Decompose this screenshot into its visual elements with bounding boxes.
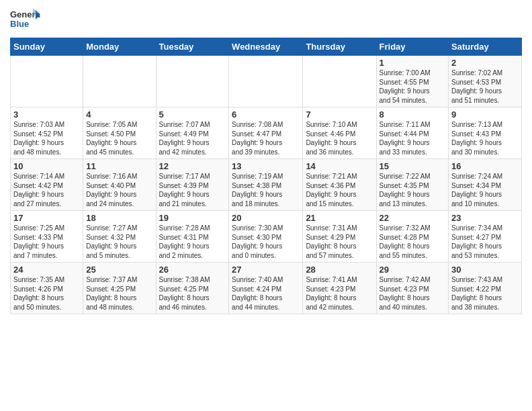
calendar-day-cell <box>229 56 303 107</box>
calendar-day-cell: 24Sunrise: 7:35 AM Sunset: 4:26 PM Dayli… <box>11 263 83 314</box>
calendar-day-cell: 13Sunrise: 7:19 AM Sunset: 4:38 PM Dayli… <box>229 159 303 211</box>
calendar-table: SundayMondayTuesdayWednesdayThursdayFrid… <box>10 38 522 314</box>
calendar-day-cell <box>11 56 83 107</box>
weekday-header: Wednesday <box>229 38 303 56</box>
day-info: Sunrise: 7:30 AM Sunset: 4:30 PM Dayligh… <box>232 224 300 260</box>
calendar-day-cell: 8Sunrise: 7:11 AM Sunset: 4:44 PM Daylig… <box>376 107 449 159</box>
day-number: 2 <box>451 58 519 68</box>
calendar-day-cell: 7Sunrise: 7:10 AM Sunset: 4:46 PM Daylig… <box>303 107 376 159</box>
day-number: 10 <box>13 161 80 171</box>
logo-svg: General Blue <box>10 7 40 32</box>
calendar-day-cell: 18Sunrise: 7:27 AM Sunset: 4:32 PM Dayli… <box>83 211 156 263</box>
day-number: 7 <box>306 109 373 120</box>
day-number: 27 <box>232 265 300 275</box>
calendar-day-cell: 22Sunrise: 7:32 AM Sunset: 4:28 PM Dayli… <box>376 211 449 263</box>
calendar-day-cell: 20Sunrise: 7:30 AM Sunset: 4:30 PM Dayli… <box>229 211 303 263</box>
day-number: 29 <box>380 265 446 275</box>
day-info: Sunrise: 7:24 AM Sunset: 4:34 PM Dayligh… <box>451 172 519 208</box>
day-number: 13 <box>232 161 300 171</box>
day-number: 11 <box>86 161 152 171</box>
day-info: Sunrise: 7:31 AM Sunset: 4:29 PM Dayligh… <box>306 224 373 260</box>
weekday-header: Monday <box>83 38 156 56</box>
calendar-day-cell: 5Sunrise: 7:07 AM Sunset: 4:49 PM Daylig… <box>156 107 229 159</box>
calendar-day-cell: 11Sunrise: 7:16 AM Sunset: 4:40 PM Dayli… <box>83 159 156 211</box>
calendar-day-cell: 25Sunrise: 7:37 AM Sunset: 4:25 PM Dayli… <box>83 263 156 314</box>
calendar-day-cell: 9Sunrise: 7:13 AM Sunset: 4:43 PM Daylig… <box>449 107 522 159</box>
calendar-day-cell: 16Sunrise: 7:24 AM Sunset: 4:34 PM Dayli… <box>449 159 522 211</box>
day-number: 23 <box>451 213 519 223</box>
calendar-day-cell: 12Sunrise: 7:17 AM Sunset: 4:39 PM Dayli… <box>156 159 229 211</box>
day-number: 1 <box>380 58 446 68</box>
calendar-day-cell <box>83 56 156 107</box>
calendar-day-cell: 19Sunrise: 7:28 AM Sunset: 4:31 PM Dayli… <box>156 211 229 263</box>
calendar-day-cell: 23Sunrise: 7:34 AM Sunset: 4:27 PM Dayli… <box>449 211 522 263</box>
day-number: 14 <box>306 161 373 171</box>
day-info: Sunrise: 7:34 AM Sunset: 4:27 PM Dayligh… <box>451 224 519 260</box>
svg-text:Blue: Blue <box>10 19 29 29</box>
day-number: 18 <box>86 213 152 223</box>
day-number: 28 <box>306 265 373 275</box>
calendar-day-cell: 6Sunrise: 7:08 AM Sunset: 4:47 PM Daylig… <box>229 107 303 159</box>
day-info: Sunrise: 7:11 AM Sunset: 4:44 PM Dayligh… <box>380 120 446 156</box>
day-info: Sunrise: 7:13 AM Sunset: 4:43 PM Dayligh… <box>451 120 519 156</box>
calendar-day-cell: 3Sunrise: 7:03 AM Sunset: 4:52 PM Daylig… <box>11 107 83 159</box>
calendar-week-row: 1Sunrise: 7:00 AM Sunset: 4:55 PM Daylig… <box>11 56 522 107</box>
weekday-header: Thursday <box>303 38 376 56</box>
day-number: 3 <box>13 109 80 120</box>
day-info: Sunrise: 7:32 AM Sunset: 4:28 PM Dayligh… <box>380 224 446 260</box>
calendar-day-cell: 27Sunrise: 7:40 AM Sunset: 4:24 PM Dayli… <box>229 263 303 314</box>
day-info: Sunrise: 7:40 AM Sunset: 4:24 PM Dayligh… <box>232 275 300 312</box>
calendar-day-cell: 15Sunrise: 7:22 AM Sunset: 4:35 PM Dayli… <box>376 159 449 211</box>
calendar-week-row: 24Sunrise: 7:35 AM Sunset: 4:26 PM Dayli… <box>11 263 522 314</box>
day-info: Sunrise: 7:19 AM Sunset: 4:38 PM Dayligh… <box>232 172 300 208</box>
calendar-day-cell: 14Sunrise: 7:21 AM Sunset: 4:36 PM Dayli… <box>303 159 376 211</box>
day-info: Sunrise: 7:27 AM Sunset: 4:32 PM Dayligh… <box>86 224 152 260</box>
day-number: 9 <box>451 109 519 120</box>
calendar-week-row: 3Sunrise: 7:03 AM Sunset: 4:52 PM Daylig… <box>11 107 522 159</box>
day-number: 25 <box>86 265 152 275</box>
calendar-day-cell: 29Sunrise: 7:42 AM Sunset: 4:23 PM Dayli… <box>376 263 449 314</box>
calendar-day-cell: 30Sunrise: 7:43 AM Sunset: 4:22 PM Dayli… <box>449 263 522 314</box>
day-number: 8 <box>380 109 446 120</box>
weekday-header: Friday <box>376 38 449 56</box>
day-number: 17 <box>13 213 80 223</box>
logo: General Blue <box>10 7 40 32</box>
day-number: 5 <box>159 109 226 120</box>
day-number: 26 <box>159 265 226 275</box>
day-number: 20 <box>232 213 300 223</box>
calendar-day-cell: 28Sunrise: 7:41 AM Sunset: 4:23 PM Dayli… <box>303 263 376 314</box>
calendar-day-cell <box>303 56 376 107</box>
day-number: 12 <box>159 161 226 171</box>
calendar-day-cell <box>156 56 229 107</box>
day-number: 15 <box>380 161 446 171</box>
day-number: 6 <box>232 109 300 120</box>
day-info: Sunrise: 7:14 AM Sunset: 4:42 PM Dayligh… <box>13 172 80 208</box>
day-number: 16 <box>451 161 519 171</box>
calendar-day-cell: 2Sunrise: 7:02 AM Sunset: 4:53 PM Daylig… <box>449 56 522 107</box>
day-info: Sunrise: 7:35 AM Sunset: 4:26 PM Dayligh… <box>13 275 80 312</box>
calendar-day-cell: 4Sunrise: 7:05 AM Sunset: 4:50 PM Daylig… <box>83 107 156 159</box>
day-number: 30 <box>451 265 519 275</box>
calendar-header-row: SundayMondayTuesdayWednesdayThursdayFrid… <box>11 38 522 56</box>
day-info: Sunrise: 7:10 AM Sunset: 4:46 PM Dayligh… <box>306 120 373 156</box>
day-info: Sunrise: 7:05 AM Sunset: 4:50 PM Dayligh… <box>86 120 152 156</box>
day-number: 22 <box>380 213 446 223</box>
weekday-header: Tuesday <box>156 38 229 56</box>
page-container: General Blue SundayMondayTuesdayWednesda… <box>0 0 532 321</box>
calendar-day-cell: 1Sunrise: 7:00 AM Sunset: 4:55 PM Daylig… <box>376 56 449 107</box>
calendar-week-row: 17Sunrise: 7:25 AM Sunset: 4:33 PM Dayli… <box>11 211 522 263</box>
weekday-header: Sunday <box>11 38 83 56</box>
calendar-day-cell: 26Sunrise: 7:38 AM Sunset: 4:25 PM Dayli… <box>156 263 229 314</box>
day-info: Sunrise: 7:41 AM Sunset: 4:23 PM Dayligh… <box>306 275 373 312</box>
day-info: Sunrise: 7:37 AM Sunset: 4:25 PM Dayligh… <box>86 275 152 312</box>
day-info: Sunrise: 7:38 AM Sunset: 4:25 PM Dayligh… <box>159 275 226 312</box>
day-info: Sunrise: 7:22 AM Sunset: 4:35 PM Dayligh… <box>380 172 446 208</box>
day-info: Sunrise: 7:43 AM Sunset: 4:22 PM Dayligh… <box>451 275 519 312</box>
day-info: Sunrise: 7:25 AM Sunset: 4:33 PM Dayligh… <box>13 224 80 260</box>
weekday-header: Saturday <box>449 38 522 56</box>
calendar-day-cell: 17Sunrise: 7:25 AM Sunset: 4:33 PM Dayli… <box>11 211 83 263</box>
day-number: 4 <box>86 109 152 120</box>
day-info: Sunrise: 7:21 AM Sunset: 4:36 PM Dayligh… <box>306 172 373 208</box>
day-number: 19 <box>159 213 226 223</box>
day-info: Sunrise: 7:16 AM Sunset: 4:40 PM Dayligh… <box>86 172 152 208</box>
